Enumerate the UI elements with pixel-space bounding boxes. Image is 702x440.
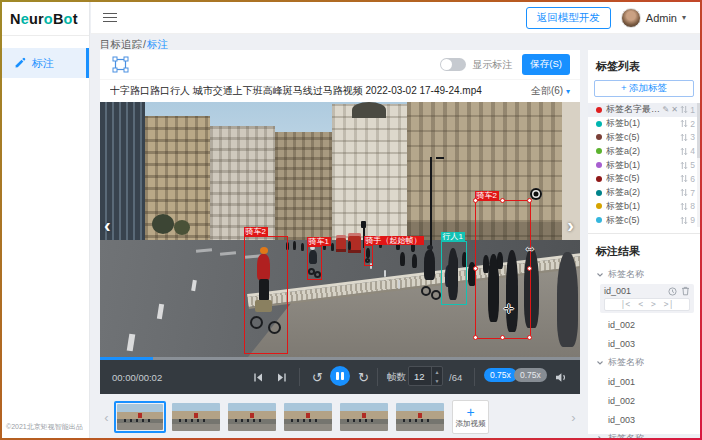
prev-frame-button[interactable] <box>253 360 264 394</box>
tag-row[interactable]: 标签b(1) ✎ ✕ 2 <box>588 117 700 131</box>
user-name: Admin <box>646 12 677 24</box>
video-thumbnail[interactable] <box>226 401 278 433</box>
history-icon[interactable] <box>668 287 677 296</box>
back-to-model-dev-button[interactable]: 返回模型开发 <box>526 7 611 29</box>
thumbs-prev-arrow[interactable]: ‹ <box>100 410 113 425</box>
volume-icon[interactable] <box>555 360 568 394</box>
save-button[interactable]: 保存(S) <box>522 54 570 75</box>
trash-icon[interactable] <box>681 286 690 296</box>
target-marker-icon[interactable] <box>530 188 542 200</box>
breadcrumb-parent[interactable]: 目标追踪 <box>100 38 142 50</box>
first-page-icon[interactable]: |< <box>621 301 631 309</box>
breadcrumb-current[interactable]: 标注 <box>147 38 168 50</box>
frame-count-label: 帧数 <box>387 360 406 394</box>
tag-row[interactable]: 标签b(1) ✎ ✕ 8 <box>588 200 700 214</box>
brand-letter: u <box>29 11 38 27</box>
next-frame-button[interactable] <box>276 360 287 394</box>
sort-icon[interactable] <box>680 174 688 183</box>
brand-letter: o <box>44 11 53 27</box>
video-thumbnail[interactable] <box>394 401 446 433</box>
sort-icon[interactable] <box>680 133 688 142</box>
tag-name: 标签名字最长数... <box>606 103 663 116</box>
resize-handle[interactable] <box>473 198 478 203</box>
thumbnail-image <box>340 403 388 431</box>
thumbnail-image <box>172 403 220 431</box>
result-item[interactable]: id_002 <box>588 315 700 334</box>
bbox-tool-icon[interactable] <box>112 56 129 73</box>
tag-list: 标签名字最长数... ✎ ✕ 1 标签b(1) ✎ ✕ 2 标签c(5) ✎ ✕ <box>588 103 700 227</box>
result-group-header[interactable]: 标签名称 <box>588 265 700 284</box>
resize-handle[interactable] <box>527 198 532 203</box>
resize-handle[interactable] <box>473 335 478 340</box>
sort-icon[interactable] <box>680 188 688 197</box>
tag-name: 标签b(1) <box>606 117 680 130</box>
resize-handle[interactable] <box>473 266 478 271</box>
sidebar-item-annotate[interactable]: 标注 <box>2 48 89 78</box>
add-video-button[interactable]: + 添加视频 <box>452 400 489 434</box>
next-video-arrow[interactable]: › <box>567 214 574 237</box>
tag-color-dot <box>596 148 602 154</box>
annotation-label: 行人1 <box>441 232 465 241</box>
tag-row[interactable]: 标签b(1) ✎ ✕ 5 <box>588 158 700 172</box>
pause-button[interactable] <box>330 366 350 386</box>
prev-page-icon[interactable]: < <box>638 301 643 309</box>
speed-pill-inactive[interactable]: 0.75x <box>514 368 547 382</box>
result-group-header[interactable]: 标签名称 <box>588 429 700 438</box>
sort-icon[interactable] <box>680 216 688 225</box>
top-header: 返回模型开发 Admin ▾ <box>91 2 700 34</box>
last-page-icon[interactable]: >| <box>664 301 674 309</box>
sort-icon[interactable] <box>680 147 688 156</box>
seek-bar[interactable] <box>100 357 580 360</box>
annotation-box[interactable]: 骑车1 <box>307 246 322 280</box>
app-logo: NeuroBot <box>2 2 89 36</box>
frame-stepper[interactable]: ▲▼ <box>431 367 442 385</box>
rewind-10-button[interactable]: ↺ <box>312 360 323 394</box>
video-canvas[interactable]: 骑车2骑车1骑手（起始帧）骑车2行人1 ‹ › ✛ ↔ <box>100 102 580 357</box>
tag-row[interactable]: 标签名字最长数... ✎ ✕ 1 <box>588 103 700 117</box>
video-thumbnail[interactable] <box>114 401 166 433</box>
video-thumbnail[interactable] <box>282 401 334 433</box>
tag-shortcut: 5 <box>689 160 695 170</box>
video-thumbnail[interactable] <box>170 401 222 433</box>
result-group-header[interactable]: 标签名称 <box>588 353 700 372</box>
sort-icon[interactable] <box>680 119 688 128</box>
resize-handle[interactable] <box>527 335 532 340</box>
edit-tag-icon[interactable]: ✎ <box>663 105 670 114</box>
frame-number-input[interactable]: 12 ▲▼ <box>408 366 443 386</box>
show-annotation-toggle[interactable] <box>440 58 466 71</box>
video-thumbnail[interactable] <box>338 401 390 433</box>
resize-handle[interactable] <box>500 198 505 203</box>
delete-tag-icon[interactable]: ✕ <box>671 105 678 114</box>
tag-row[interactable]: 标签a(2) ✎ ✕ 4 <box>588 144 700 158</box>
result-item[interactable]: id_003 <box>588 410 700 429</box>
annotation-box[interactable]: 骑车2 <box>244 236 288 354</box>
resize-handle[interactable] <box>500 335 505 340</box>
result-item-selected[interactable]: id_001 |< < > >| <box>600 284 694 313</box>
brand-letter: o <box>64 11 73 27</box>
sort-icon[interactable] <box>680 202 688 211</box>
tag-row[interactable]: 标签c(5) ✎ ✕ 3 <box>588 131 700 145</box>
prev-video-arrow[interactable]: ‹ <box>104 214 111 237</box>
result-item[interactable]: id_001 <box>588 372 700 391</box>
result-item[interactable]: id_003 <box>588 334 700 353</box>
annotation-box[interactable]: 骑手（起始帧） <box>364 245 373 266</box>
add-tag-button[interactable]: + 添加标签 <box>594 80 694 97</box>
user-menu[interactable]: Admin ▾ <box>621 8 686 28</box>
tag-row[interactable]: 标签a(2) ✎ ✕ 7 <box>588 186 700 200</box>
annotation-box[interactable]: 骑车2 <box>475 200 531 339</box>
resize-handle[interactable] <box>527 266 532 271</box>
filter-dropdown[interactable]: 全部(6) ▾ <box>531 84 570 98</box>
thumbs-next-arrow[interactable]: › <box>567 410 580 425</box>
tag-row[interactable]: 标签c(5) ✎ ✕ 6 <box>588 172 700 186</box>
show-annotation-label: 显示标注 <box>472 58 512 72</box>
sort-icon[interactable] <box>680 105 688 114</box>
sort-icon[interactable] <box>680 161 688 170</box>
tag-row[interactable]: 标签c(5) ✎ ✕ 9 <box>588 213 700 227</box>
result-item[interactable]: id_002 <box>588 391 700 410</box>
forward-10-button[interactable]: ↻ <box>358 360 369 394</box>
next-page-icon[interactable]: > <box>651 301 656 309</box>
speed-pill-active[interactable]: 0.75x <box>484 368 517 382</box>
annotation-box[interactable]: 行人1 <box>441 241 467 305</box>
collapse-menu-icon[interactable] <box>103 10 117 25</box>
scrollbar[interactable] <box>697 103 700 227</box>
